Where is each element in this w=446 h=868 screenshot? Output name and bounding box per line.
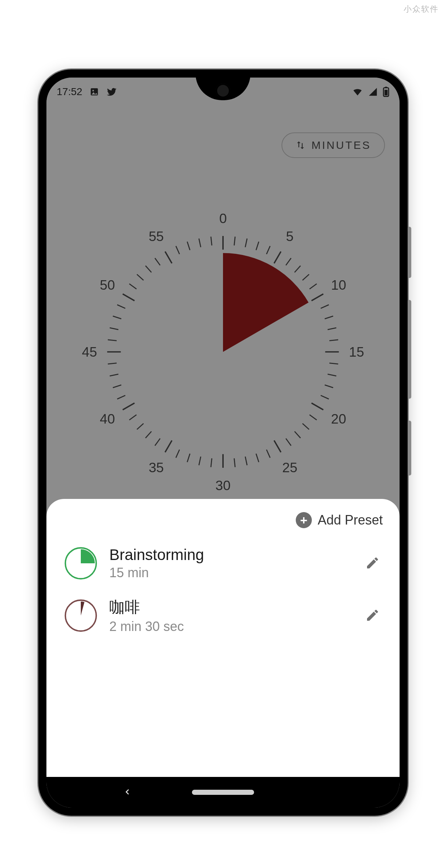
add-preset-button[interactable]: + Add Preset bbox=[296, 512, 383, 528]
add-preset-label: Add Preset bbox=[318, 512, 383, 528]
nav-home-pill[interactable] bbox=[192, 790, 254, 795]
preset-list: Brainstorming15 min 咖啡2 min 30 sec bbox=[61, 538, 385, 642]
phone-frame: 17:52 bbox=[38, 69, 408, 816]
phone-side-button bbox=[408, 300, 411, 399]
preset-text: Brainstorming15 min bbox=[109, 546, 351, 580]
preset-title: Brainstorming bbox=[109, 546, 351, 564]
pencil-icon bbox=[365, 556, 380, 570]
phone-side-button bbox=[408, 421, 411, 476]
edit-preset-button[interactable] bbox=[362, 605, 383, 626]
nav-back-icon[interactable] bbox=[123, 786, 131, 799]
system-nav-bar bbox=[46, 777, 400, 808]
preset-row[interactable]: Brainstorming15 min bbox=[61, 538, 385, 589]
preset-text: 咖啡2 min 30 sec bbox=[109, 597, 351, 634]
preset-subtitle: 2 min 30 sec bbox=[109, 619, 351, 634]
preset-pie-icon bbox=[63, 546, 98, 581]
screen: 17:52 bbox=[46, 78, 400, 808]
preset-subtitle: 15 min bbox=[109, 565, 351, 580]
presets-bottom-sheet: + Add Preset Brainstorming15 min 咖啡2 min… bbox=[46, 499, 400, 777]
edit-preset-button[interactable] bbox=[362, 553, 383, 574]
preset-title: 咖啡 bbox=[109, 597, 351, 617]
plus-circle-icon: + bbox=[296, 512, 312, 528]
watermark-text: 小众软件 bbox=[404, 4, 439, 15]
preset-pie-icon bbox=[63, 598, 98, 633]
pencil-icon bbox=[365, 608, 380, 623]
preset-row[interactable]: 咖啡2 min 30 sec bbox=[61, 589, 385, 642]
phone-side-button bbox=[408, 227, 411, 278]
